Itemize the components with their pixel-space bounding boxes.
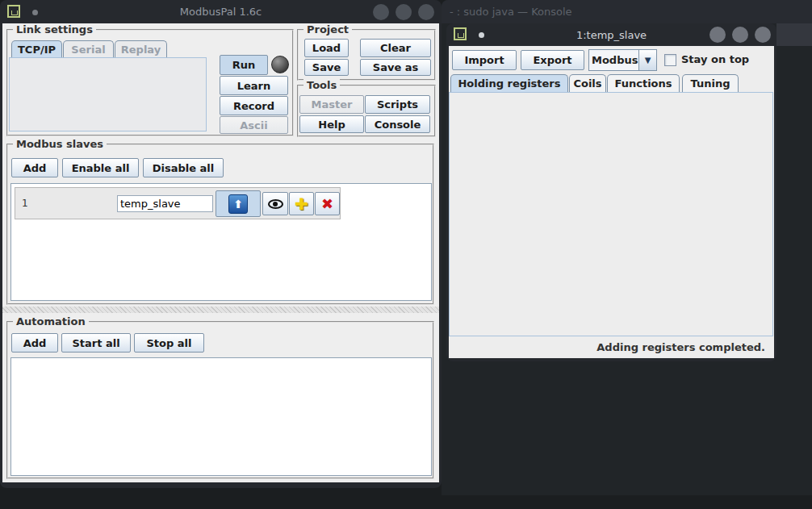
tcpip-panel: [9, 57, 207, 131]
desktop: - : sudo java — Konsole ModbusPal 1.6c L…: [0, 0, 812, 509]
tab-functions[interactable]: Functions: [607, 74, 680, 92]
record-button[interactable]: Record: [220, 96, 288, 115]
automation-title: Automation: [13, 315, 89, 328]
minimize-button[interactable]: [709, 27, 726, 43]
temp-slave-titlebar[interactable]: 1:temp_slave: [446, 23, 776, 46]
add-slave-button[interactable]: Add: [11, 158, 58, 177]
slave-id: 1: [22, 198, 28, 209]
enable-slave-toggle[interactable]: ⬆: [216, 190, 261, 217]
tab-coils[interactable]: Coils: [569, 74, 606, 92]
modbus-slaves-title: Modbus slaves: [13, 138, 107, 151]
delete-slave-button[interactable]: ✖: [315, 192, 340, 215]
titlebar-dot-icon: [32, 10, 38, 15]
split-handle[interactable]: [2, 307, 439, 313]
temp-slave-title: 1:temp_slave: [576, 29, 647, 41]
console-button[interactable]: Console: [365, 115, 430, 133]
modbuspal-window: ModbusPal 1.6c Link settings TCP/IP Seri…: [0, 0, 442, 488]
maximize-button[interactable]: [732, 27, 748, 43]
help-button[interactable]: Help: [299, 115, 364, 133]
chevron-down-icon[interactable]: ▼: [638, 49, 657, 71]
window-icon: [7, 5, 20, 18]
stay-on-top-checkbox[interactable]: [664, 54, 676, 66]
link-status-led-icon: [271, 56, 289, 73]
tab-holding-registers[interactable]: Holding registers: [450, 74, 568, 92]
save-button[interactable]: Save: [304, 59, 349, 76]
status-message: Adding registers completed.: [449, 338, 772, 358]
project-title: Project: [303, 23, 352, 36]
minimize-button[interactable]: [373, 4, 389, 20]
maximize-button[interactable]: [396, 4, 412, 20]
konsole-title: - : sudo java — Konsole: [450, 6, 572, 18]
window-icon: [454, 27, 467, 40]
modbuspal-title: ModbusPal 1.6c: [180, 6, 262, 18]
holding-registers-panel: [449, 92, 773, 336]
eye-icon: [268, 199, 283, 209]
disable-all-button[interactable]: Disable all: [143, 158, 224, 177]
run-button[interactable]: Run: [220, 55, 268, 75]
close-button[interactable]: [418, 4, 434, 20]
plus-icon: ✚: [295, 194, 308, 214]
titlebar-dot-icon: [479, 32, 484, 38]
temp-slave-window: 1:temp_slave Import Export Modbus ▼ Stay…: [446, 23, 776, 361]
add-automation-button[interactable]: Add: [11, 333, 58, 353]
konsole-toolbar-area: [776, 23, 812, 46]
tab-tcpip[interactable]: TCP/IP: [11, 40, 62, 57]
modbuspal-titlebar[interactable]: ModbusPal 1.6c: [0, 0, 442, 23]
load-button[interactable]: Load: [304, 39, 349, 57]
stay-on-top-label: Stay on top: [681, 53, 749, 65]
learn-button[interactable]: Learn: [220, 76, 288, 95]
clear-button[interactable]: Clear: [360, 39, 431, 57]
mode-select[interactable]: Modbus: [588, 49, 639, 71]
slave-row[interactable]: 1 ⬆ ✚ ✖: [15, 187, 341, 219]
export-button[interactable]: Export: [521, 50, 584, 70]
slave-name-field[interactable]: [117, 195, 213, 212]
scripts-button[interactable]: Scripts: [365, 95, 430, 114]
up-arrow-icon: ⬆: [228, 194, 248, 214]
tab-replay[interactable]: Replay: [115, 40, 167, 57]
add-register-button[interactable]: ✚: [289, 192, 314, 215]
tools-title: Tools: [303, 79, 340, 92]
start-all-button[interactable]: Start all: [61, 333, 131, 353]
ascii-button[interactable]: Ascii: [220, 116, 288, 134]
save-as-button[interactable]: Save as: [360, 59, 431, 76]
link-settings-title: Link settings: [13, 23, 96, 36]
master-button[interactable]: Master: [299, 95, 364, 114]
tab-serial[interactable]: Serial: [63, 40, 114, 57]
x-icon: ✖: [321, 195, 333, 212]
import-button[interactable]: Import: [452, 50, 517, 70]
close-button[interactable]: [755, 27, 771, 43]
konsole-titlebar[interactable]: - : sudo java — Konsole: [442, 0, 812, 23]
automation-list[interactable]: [10, 357, 432, 476]
tab-tuning[interactable]: Tuning: [682, 74, 739, 92]
stop-all-button[interactable]: Stop all: [134, 333, 204, 353]
enable-all-button[interactable]: Enable all: [62, 158, 139, 177]
show-slave-button[interactable]: [262, 192, 288, 215]
